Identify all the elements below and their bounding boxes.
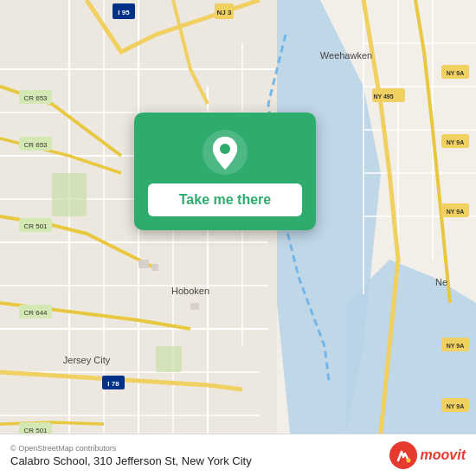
svg-text:NY 9A: NY 9A [447,403,465,409]
map-container: I 95 NJ 3 CR 653 CR 653 CR 501 CR 644 I … [0,0,476,476]
svg-text:NY 495: NY 495 [373,93,393,100]
svg-point-68 [406,459,410,463]
bottom-bar: © OpenStreetMap contributors Calabro Sch… [0,434,476,476]
svg-text:CR 644: CR 644 [23,309,48,317]
svg-text:CR 653: CR 653 [23,141,48,149]
svg-text:I 78: I 78 [107,380,119,388]
svg-rect-63 [190,303,199,310]
svg-text:CR 501: CR 501 [23,222,48,230]
location-pin-icon [203,130,248,175]
moovit-logo: moovit [389,441,466,469]
svg-rect-60 [156,346,182,372]
svg-text:Ne: Ne [435,277,447,287]
svg-text:NY 9A: NY 9A [447,209,465,215]
svg-rect-62 [151,264,158,271]
svg-text:NY 9A: NY 9A [447,70,465,76]
map-background: I 95 NJ 3 CR 653 CR 653 CR 501 CR 644 I … [0,0,476,476]
take-me-there-button[interactable]: Take me there [148,183,302,216]
svg-text:NJ 3: NJ 3 [217,9,232,16]
location-name: Calabro School, 310 Jefferson St, New Yo… [10,454,252,467]
location-card: Take me there [134,113,316,230]
svg-rect-59 [52,173,87,216]
svg-text:NY 9A: NY 9A [447,139,465,145]
svg-text:CR 653: CR 653 [23,94,48,102]
moovit-brand-text: moovit [421,447,466,463]
svg-rect-61 [138,260,149,268]
svg-text:Jersey City: Jersey City [63,355,111,365]
svg-text:NY 9A: NY 9A [447,343,465,349]
svg-text:Weehawken: Weehawken [320,50,372,61]
bottom-info: © OpenStreetMap contributors Calabro Sch… [10,444,252,467]
moovit-brand-icon [389,441,417,469]
svg-text:Hoboken: Hoboken [171,286,209,296]
svg-text:I 95: I 95 [118,9,130,16]
svg-point-66 [220,144,230,154]
attribution-text: © OpenStreetMap contributors [10,444,252,453]
